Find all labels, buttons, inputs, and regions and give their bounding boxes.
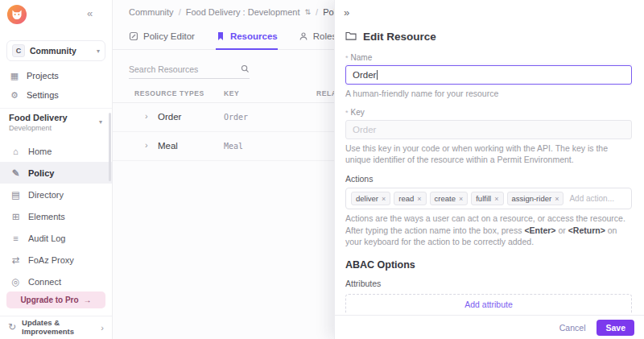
workspace-selector[interactable]: Food Delivery Development ▾ bbox=[0, 108, 112, 138]
action-tag-label: assign-rider bbox=[512, 194, 552, 203]
workspace-name: Food Delivery bbox=[9, 113, 103, 122]
app-logo[interactable] bbox=[6, 4, 27, 25]
connect-icon: ◎ bbox=[10, 276, 21, 287]
search-input[interactable] bbox=[129, 64, 229, 74]
directory-icon: ▤ bbox=[10, 189, 21, 201]
breadcrumb-project-env[interactable]: Food Delivery : Development bbox=[186, 7, 300, 17]
sidebar-item-label: Projects bbox=[27, 71, 59, 81]
resource-key: Meal bbox=[224, 142, 243, 151]
sort-arrows-icon[interactable]: ⇅ bbox=[305, 8, 312, 16]
chevron-down-icon: ▾ bbox=[99, 118, 102, 126]
pencil-icon: ✎ bbox=[10, 167, 21, 179]
breadcrumb-separator: / bbox=[179, 7, 181, 17]
sidebar-item-policy[interactable]: ✎ Policy bbox=[0, 162, 112, 184]
required-asterisk: * bbox=[345, 109, 349, 117]
add-action-placeholder: Add action... bbox=[569, 194, 614, 203]
name-input-value: Order bbox=[353, 70, 376, 80]
sidebar-nav: ⌂ Home ✎ Policy ▤ Directory ⊞ Elements ≡… bbox=[0, 140, 112, 292]
sidebar-item-label: Directory bbox=[28, 190, 64, 200]
breadcrumb-separator: / bbox=[316, 7, 318, 17]
remove-tag-icon[interactable]: × bbox=[417, 195, 421, 203]
gear-icon: ⚙ bbox=[9, 90, 20, 101]
sidebar-item-foaz-proxy[interactable]: ⇄ FoAz Proxy bbox=[0, 249, 112, 271]
remove-tag-icon[interactable]: × bbox=[494, 195, 498, 203]
tab-label: Resources bbox=[230, 31, 278, 41]
app-screen: « C Community ▾ ▦ Projects ⚙ Settings Fo… bbox=[0, 0, 644, 339]
sidebar-item-label: Elements bbox=[28, 212, 65, 221]
action-tag-label: create bbox=[435, 194, 456, 203]
upgrade-to-pro-button[interactable]: Upgrade to Pro → bbox=[6, 291, 105, 308]
breadcrumb: Community / Food Delivery : Development … bbox=[129, 0, 365, 24]
tab-label: Policy Editor bbox=[143, 31, 195, 41]
workspace-env: Development bbox=[9, 124, 103, 132]
sidebar: « C Community ▾ ▦ Projects ⚙ Settings Fo… bbox=[0, 0, 113, 339]
remove-tag-icon[interactable]: × bbox=[459, 195, 463, 203]
return-key-label: <Return> bbox=[568, 225, 605, 235]
resource-name: Meal bbox=[158, 141, 178, 151]
abac-options-heading: ABAC Options bbox=[345, 259, 632, 271]
folder-icon bbox=[345, 29, 357, 43]
chevron-right-icon: › bbox=[101, 323, 104, 333]
field-label-text: Name bbox=[351, 53, 373, 62]
expand-chevron-icon[interactable]: › bbox=[145, 111, 148, 121]
action-tag: fulfill × bbox=[471, 192, 503, 205]
tab-label: Roles bbox=[313, 31, 336, 41]
sidebar-item-elements[interactable]: ⊞ Elements bbox=[0, 205, 112, 227]
enter-key-label: <Enter> bbox=[524, 225, 555, 235]
remove-tag-icon[interactable]: × bbox=[555, 195, 559, 203]
edit-resource-drawer: » Edit Resource * Name Order A human-fri… bbox=[334, 0, 644, 339]
sidebar-scrollbar[interactable] bbox=[109, 113, 111, 181]
org-selector[interactable]: C Community ▾ bbox=[6, 40, 105, 61]
upgrade-label: Upgrade to Pro bbox=[20, 296, 78, 304]
key-input-value: Order bbox=[353, 125, 376, 134]
bookmark-icon bbox=[216, 31, 225, 41]
sidebar-item-projects[interactable]: ▦ Projects bbox=[0, 66, 112, 85]
sidebar-item-audit-log[interactable]: ≡ Audit Log bbox=[0, 227, 112, 249]
name-helper-text: A human-friendly name for your resource bbox=[345, 88, 632, 100]
tab-resources[interactable]: Resources bbox=[216, 24, 278, 50]
save-button[interactable]: Save bbox=[597, 320, 634, 336]
search-icon[interactable] bbox=[241, 62, 250, 76]
actions-helper-text: Actions are the ways a user can act on a… bbox=[345, 213, 632, 248]
sidebar-item-updates[interactable]: ↻ Updates & Improvements › bbox=[0, 316, 112, 339]
search-box bbox=[129, 60, 250, 79]
field-label-text: Key bbox=[351, 108, 365, 117]
sidebar-collapse-icon[interactable]: « bbox=[87, 7, 93, 19]
column-header-key: KEY bbox=[224, 89, 239, 97]
required-asterisk: * bbox=[345, 54, 349, 62]
list-icon: ≡ bbox=[10, 234, 21, 243]
arrow-right-icon: → bbox=[84, 296, 92, 304]
sidebar-top-items: ▦ Projects ⚙ Settings bbox=[0, 66, 112, 105]
name-input[interactable]: Order bbox=[345, 65, 632, 85]
cancel-button[interactable]: Cancel bbox=[559, 323, 586, 333]
actions-tag-input[interactable]: deliver × read × create × fulfill × assi… bbox=[345, 188, 632, 209]
action-tag-label: read bbox=[398, 194, 414, 203]
sidebar-item-connect[interactable]: ◎ Connect bbox=[0, 271, 112, 292]
sidebar-item-settings[interactable]: ⚙ Settings bbox=[0, 85, 112, 105]
remove-tag-icon[interactable]: × bbox=[382, 195, 386, 203]
sidebar-item-label: Settings bbox=[27, 90, 59, 100]
tab-policy-editor[interactable]: Policy Editor bbox=[129, 24, 195, 50]
projects-icon: ▦ bbox=[9, 71, 20, 81]
sidebar-item-label: Policy bbox=[28, 168, 54, 178]
drawer-collapse-icon[interactable]: » bbox=[344, 6, 349, 19]
home-icon: ⌂ bbox=[10, 147, 21, 156]
org-label: Community bbox=[30, 46, 76, 56]
sidebar-item-home[interactable]: ⌂ Home bbox=[0, 140, 112, 162]
sidebar-item-label: FoAz Proxy bbox=[28, 255, 74, 265]
tab-roles[interactable]: Roles bbox=[299, 24, 336, 50]
sidebar-item-directory[interactable]: ▤ Directory bbox=[0, 184, 112, 205]
action-tag: create × bbox=[430, 192, 469, 205]
action-tag-label: deliver bbox=[356, 194, 378, 203]
key-input-disabled: Order bbox=[345, 120, 632, 139]
policy-editor-icon bbox=[129, 31, 138, 41]
action-tag: read × bbox=[394, 192, 426, 205]
add-attribute-button[interactable]: Add attribute bbox=[345, 294, 632, 313]
sidebar-item-label: Home bbox=[28, 147, 52, 156]
breadcrumb-community[interactable]: Community bbox=[129, 7, 174, 17]
drawer-footer: Cancel Save bbox=[335, 315, 644, 339]
org-avatar: C bbox=[12, 44, 25, 57]
attributes-label: Attributes bbox=[345, 279, 632, 288]
expand-chevron-icon[interactable]: › bbox=[145, 140, 148, 150]
action-tag: deliver × bbox=[351, 192, 390, 205]
